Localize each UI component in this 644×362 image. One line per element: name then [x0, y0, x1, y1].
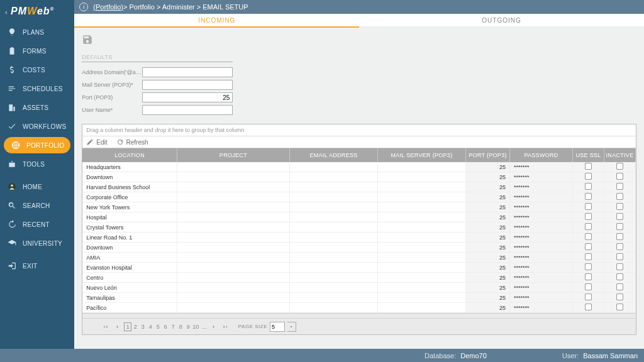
column-header[interactable]: LOCATION: [82, 148, 177, 162]
grid-group-hint[interactable]: Drag a column header and drop it here to…: [82, 124, 636, 136]
column-header[interactable]: MAIL SERVER (POP3): [378, 148, 466, 162]
inactive-checkbox[interactable]: [616, 273, 623, 280]
pager-page-5[interactable]: 5: [154, 322, 162, 331]
table-row[interactable]: Pacífico25*******: [82, 303, 635, 313]
sidebar-item-exit[interactable]: EXIT: [0, 256, 74, 275]
table-row[interactable]: Centro25*******: [82, 273, 635, 283]
tab-incoming[interactable]: INCOMING: [74, 14, 359, 26]
use-ssl-checkbox[interactable]: [585, 273, 592, 280]
sidebar-item-label: ASSETS: [23, 104, 48, 111]
table-row[interactable]: Evanston Hospital25*******: [82, 263, 635, 273]
use-ssl-checkbox[interactable]: [585, 213, 592, 220]
info-icon[interactable]: i: [79, 3, 88, 11]
refresh-button[interactable]: Refresh: [116, 138, 148, 146]
sidebar-item-plans[interactable]: PLANS: [0, 23, 74, 41]
port-input[interactable]: [142, 92, 233, 102]
use-ssl-checkbox[interactable]: [585, 283, 592, 290]
use-ssl-checkbox[interactable]: [585, 304, 592, 310]
pager-ellipsis: ...: [202, 324, 207, 330]
use-ssl-checkbox[interactable]: [585, 253, 592, 260]
sidebar-item-tools[interactable]: TOOLS: [0, 155, 74, 173]
inactive-checkbox[interactable]: [616, 183, 623, 190]
use-ssl-checkbox[interactable]: [585, 193, 592, 200]
sidebar-item-costs[interactable]: COSTS: [0, 60, 74, 79]
pager-page-3[interactable]: 3: [139, 322, 147, 331]
use-ssl-checkbox[interactable]: [585, 263, 592, 270]
sidebar-item-label: PLANS: [23, 29, 44, 36]
address-domain-input[interactable]: [142, 67, 233, 77]
pager-last-button[interactable]: [221, 322, 230, 331]
inactive-checkbox[interactable]: [616, 203, 623, 210]
table-row[interactable]: New York Towers25*******: [82, 202, 635, 212]
breadcrumb-root-link[interactable]: (Portfolio): [93, 3, 123, 11]
column-header[interactable]: EMAIL ADDRESS: [290, 148, 378, 162]
use-ssl-checkbox[interactable]: [585, 223, 592, 230]
pager-page-1[interactable]: 1: [124, 322, 131, 331]
column-header[interactable]: PASSWORD: [510, 148, 573, 162]
sidebar-item-forms[interactable]: FORMS: [0, 41, 74, 60]
tab-outgoing[interactable]: OUTGOING: [359, 14, 644, 26]
use-ssl-checkbox[interactable]: [585, 243, 592, 250]
table-row[interactable]: Corporate Office25*******: [82, 192, 635, 202]
pager-prev-button[interactable]: [113, 322, 121, 331]
table-row[interactable]: Harvard Business School25*******: [82, 182, 635, 192]
mail-server-input[interactable]: [142, 80, 233, 90]
sidebar-item-home[interactable]: HOME: [0, 177, 74, 196]
inactive-checkbox[interactable]: [616, 263, 623, 270]
sidebar-item-recent[interactable]: RECENT: [0, 215, 74, 234]
table-row[interactable]: AMIA25*******: [82, 253, 635, 263]
username-input[interactable]: [142, 105, 233, 115]
table-row[interactable]: Headquarters25*******: [82, 162, 635, 172]
breadcrumb-rest: > Portfolio > Administer > EMAIL SETUP: [123, 3, 248, 11]
pager-page-10[interactable]: 10: [192, 322, 199, 331]
table-row[interactable]: Downtown25*******: [82, 243, 635, 253]
edit-button[interactable]: Edit: [86, 138, 107, 146]
logo: ‹ PMWeb®: [0, 0, 74, 23]
column-header[interactable]: USE SSL: [573, 148, 604, 162]
inactive-checkbox[interactable]: [616, 283, 623, 290]
save-button[interactable]: [82, 34, 96, 48]
inactive-checkbox[interactable]: [616, 223, 623, 230]
inactive-checkbox[interactable]: [616, 173, 623, 180]
inactive-checkbox[interactable]: [616, 293, 623, 300]
inactive-checkbox[interactable]: [616, 193, 623, 200]
inactive-checkbox[interactable]: [616, 243, 623, 250]
pager-page-6[interactable]: 6: [162, 322, 169, 331]
column-header[interactable]: PORT (POP3): [466, 148, 510, 162]
inactive-checkbox[interactable]: [616, 253, 623, 260]
use-ssl-checkbox[interactable]: [585, 163, 592, 170]
pager-first-button[interactable]: [101, 322, 110, 331]
table-row[interactable]: Nuevo León25*******: [82, 283, 635, 293]
pager-page-7[interactable]: 7: [169, 322, 177, 331]
inactive-checkbox[interactable]: [616, 233, 623, 240]
sidebar-item-assets[interactable]: ASSETS: [0, 98, 74, 117]
sidebar-item-university[interactable]: UNIVERSITY: [0, 234, 74, 253]
pager-page-2[interactable]: 2: [131, 322, 139, 331]
inactive-checkbox[interactable]: [616, 163, 623, 170]
pager-page-9[interactable]: 9: [184, 322, 192, 331]
column-header[interactable]: INACTIVE: [604, 148, 636, 162]
inactive-checkbox[interactable]: [616, 304, 623, 310]
pager-page-8[interactable]: 8: [177, 322, 184, 331]
inactive-checkbox[interactable]: [616, 213, 623, 220]
page-size-input[interactable]: [270, 322, 285, 332]
sidebar-item-workflows[interactable]: WORKFLOWS: [0, 117, 74, 136]
table-row[interactable]: Downtown25*******: [82, 172, 635, 182]
sidebar-item-search[interactable]: SEARCH: [0, 196, 74, 215]
chevron-left-icon[interactable]: ‹: [5, 8, 8, 16]
sidebar-item-schedules[interactable]: SCHEDULES: [0, 79, 74, 98]
table-row[interactable]: Crystal Towers25*******: [82, 222, 635, 233]
sidebar-item-portfolio[interactable]: PORTFOLIO: [4, 137, 70, 153]
pager-next-button[interactable]: [209, 322, 218, 331]
table-row[interactable]: Linear Road No. 125*******: [82, 233, 635, 243]
table-row[interactable]: Tamaulipas25*******: [82, 293, 635, 303]
table-row[interactable]: Hospital25*******: [82, 212, 635, 222]
use-ssl-checkbox[interactable]: [585, 293, 592, 300]
column-header[interactable]: PROJECT: [177, 148, 289, 162]
use-ssl-checkbox[interactable]: [585, 233, 592, 240]
page-size-dropdown[interactable]: [287, 322, 296, 332]
use-ssl-checkbox[interactable]: [585, 183, 592, 190]
use-ssl-checkbox[interactable]: [585, 173, 592, 180]
use-ssl-checkbox[interactable]: [585, 203, 592, 210]
pager-page-4[interactable]: 4: [147, 322, 154, 331]
